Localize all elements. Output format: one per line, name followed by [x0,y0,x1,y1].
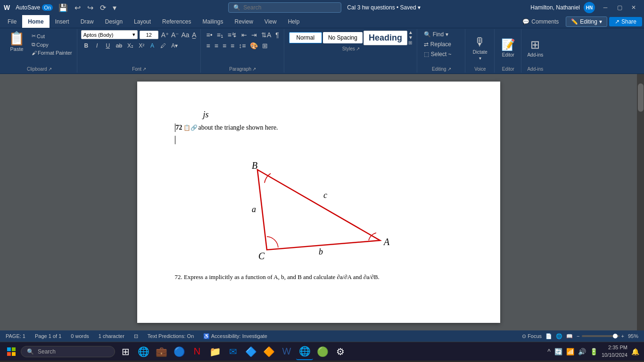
text-predictions[interactable]: Text Predictions: On [148,333,194,339]
decrease-indent-button[interactable]: ⇤ [239,30,249,40]
line-spacing-button[interactable]: ↕≡ [237,41,248,50]
taskbar-search[interactable]: 🔍 Search [21,346,115,357]
styles-scroll-up-button[interactable]: ▲ [408,30,413,35]
tab-layout[interactable]: Layout [128,15,157,28]
zoom-out-button[interactable]: − [577,333,579,339]
paste-button[interactable]: 📋 Paste [5,30,29,54]
taskbar-app-settings[interactable]: ⚙ [332,343,349,360]
font-family-selector[interactable]: Aptos (Body) ▾ [81,30,138,39]
find-button[interactable]: 🔍 Find ▾ [421,30,462,39]
font-color2-button[interactable]: A▾ [169,41,180,50]
voice-label[interactable]: Voice [474,66,486,72]
style-normal-button[interactable]: Normal [289,32,322,43]
taskbar-app-outlook[interactable]: ✉ [224,343,241,360]
underline-button[interactable]: U [103,41,113,50]
zoom-in-button[interactable]: + [621,333,624,339]
italic-button[interactable]: I [92,41,102,50]
read-mode-button[interactable]: 📖 [566,333,573,339]
editing-group-label[interactable]: Editing ↗ [432,66,451,72]
change-case-button[interactable]: Aa [180,31,190,39]
tab-references[interactable]: References [157,15,197,28]
tab-view[interactable]: View [259,15,282,28]
tab-home[interactable]: Home [22,15,49,28]
customize-icon[interactable]: ▾ [111,2,118,13]
numbering-button[interactable]: ≡₁ [215,30,225,40]
align-center-button[interactable]: ≡ [213,41,220,50]
styles-label[interactable]: Styles ↗ [342,46,360,51]
redo-icon[interactable]: ↪ [85,2,95,13]
taskbar-app-word[interactable]: W [278,343,295,360]
bullets-button[interactable]: ≡• [205,30,215,40]
vertical-scrollbar[interactable] [637,74,644,330]
font-size-selector[interactable]: 12 [140,31,158,39]
search-input[interactable] [243,4,328,11]
save-icon[interactable]: 💾 [57,2,70,13]
format-painter-button[interactable]: 🖌 Format Painter [30,49,74,57]
tab-design[interactable]: Design [99,15,128,28]
accessibility-button[interactable]: ♿ Accessibility: Investigate [203,333,267,339]
copy-button[interactable]: ⧉ Copy [30,41,74,49]
show-hide-button[interactable]: ¶ [273,30,281,40]
select-button[interactable]: ⬚ Select ~ [421,50,462,58]
tab-file[interactable]: File [2,15,22,28]
taskbar-app-files[interactable]: 📁 [206,343,223,360]
taskbar-app-unknown2[interactable]: 🔶 [260,343,277,360]
close-button[interactable]: ✕ [627,1,640,14]
share-button[interactable]: ↗ Share [609,17,642,26]
align-right-button[interactable]: ≡ [221,41,228,50]
tab-draw[interactable]: Draw [75,15,99,28]
minimize-button[interactable]: ─ [599,1,612,14]
start-button[interactable] [4,344,19,359]
superscript-button[interactable]: X² [136,41,147,50]
comments-button[interactable]: 💬 Comments [517,16,564,27]
strikethrough-button[interactable]: ab [114,41,124,50]
taskbar-chevron-icon[interactable]: ^ [546,347,552,356]
zoom-level[interactable]: 95% [628,333,638,339]
scrollbar-thumb[interactable] [638,83,644,112]
repeat-icon[interactable]: ⟳ [98,2,108,13]
font-color-button[interactable]: A̲ [191,31,198,39]
print-layout-button[interactable]: 📄 [545,333,552,339]
increase-font-button[interactable]: A⁺ [160,31,170,39]
taskbar-app-unknown3[interactable]: 🟢 [314,343,331,360]
tab-mailings[interactable]: Mailings [197,15,229,28]
increase-indent-button[interactable]: ⇥ [249,30,259,40]
taskbar-app-explorer[interactable]: ⊞ [117,343,134,360]
font-label[interactable]: Font ↗ [132,66,146,72]
taskbar-app-edge[interactable]: 🌐 [135,343,152,360]
cut-button[interactable]: ✂ Cut [30,32,74,40]
taskbar-battery-icon[interactable]: 🔋 [589,347,599,356]
notification-icon[interactable]: 🔔 [630,347,640,356]
taskbar-clock[interactable]: 2:35 PM 10/10/2024 [602,344,627,359]
style-nospacing-button[interactable]: No Spacing [323,32,363,43]
document-scroll[interactable]: js 72 📋🔗 about the triangle shown here. [0,74,637,330]
shading-button[interactable]: 🎨 [248,41,260,50]
zoom-slider-thumb[interactable] [613,334,618,338]
taskbar-sync-icon[interactable]: 🔄 [553,347,563,356]
paragraph-label[interactable]: Paragraph ↗ [229,66,256,72]
taskbar-app-edge2[interactable]: 🌐 [296,343,313,360]
editing-button[interactable]: ✏️ Editing ▾ [566,16,607,27]
styles-scroll-down-button[interactable]: ▼ [408,35,413,40]
undo-icon[interactable]: ↩ [73,2,83,13]
bold-button[interactable]: B [81,41,91,50]
taskbar-network-icon[interactable]: 📶 [565,347,575,356]
tab-review[interactable]: Review [229,15,259,28]
user-avatar[interactable]: HN [584,2,595,13]
taskbar-volume-icon[interactable]: 🔊 [577,347,587,356]
maximize-button[interactable]: ▢ [613,1,626,14]
web-layout-button[interactable]: 🌐 [556,333,562,339]
search-bar[interactable]: 🔍 [228,2,341,13]
highlight-button[interactable]: 🖊 [158,41,168,50]
justify-button[interactable]: ≡ [229,41,236,50]
focus-button[interactable]: ⊙ Focus [522,333,542,339]
autosave-toggle[interactable]: On [42,4,53,11]
taskbar-app-teams[interactable]: 💼 [153,343,170,360]
dictate-button[interactable]: 🎙 Dictate ▾ [471,33,489,63]
sort-button[interactable]: ⇅A [259,30,273,40]
text-color-button[interactable]: A [147,41,157,50]
subscript-button[interactable]: X₂ [125,41,136,50]
addins-button[interactable]: ⊞ Add-ins [525,36,545,59]
document-page[interactable]: js 72 📋🔗 about the triangle shown here. [137,82,500,323]
taskbar-app-netflix[interactable]: N [189,343,206,360]
